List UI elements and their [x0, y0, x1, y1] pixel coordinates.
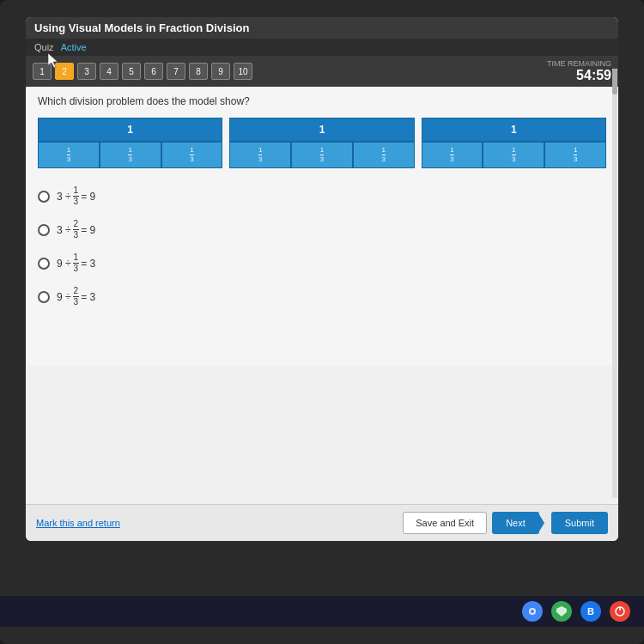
- nav-item-4[interactable]: 4: [100, 63, 118, 80]
- model-top-2: 1: [229, 118, 414, 142]
- model-cell-3-2: 13: [483, 142, 544, 168]
- nav-item-10[interactable]: 10: [234, 63, 252, 80]
- svg-text:B: B: [587, 606, 594, 617]
- power-icon[interactable]: [610, 601, 630, 622]
- nav-item-7[interactable]: 7: [167, 63, 185, 80]
- model-cell-1-1: 13: [38, 142, 100, 168]
- mouse-cursor: [48, 53, 65, 74]
- nav-item-6[interactable]: 6: [144, 63, 163, 80]
- model-bottom-3: 13 13 13: [422, 142, 606, 168]
- model-cell-3-3: 13: [544, 142, 606, 168]
- model-cell-2-2: 13: [291, 142, 353, 168]
- model-cell-2-3: 13: [353, 142, 415, 168]
- active-label: Active: [61, 42, 87, 52]
- page-title: Using Visual Models in Fraction Division: [34, 21, 249, 34]
- main-content: Which division problem does the model sh…: [26, 87, 618, 366]
- top-bar: Quiz Active: [26, 39, 618, 56]
- answer-choice-d[interactable]: 9 ÷ 23 = 3: [38, 286, 606, 307]
- answer-text-c: 9 ÷ 13 = 3: [57, 252, 95, 274]
- svg-point-1: [531, 610, 534, 613]
- answer-choice-a[interactable]: 3 ÷ 13 = 9: [38, 185, 606, 207]
- answer-choice-c[interactable]: 9 ÷ 13 = 3: [38, 252, 606, 274]
- timer: TIME REMAINING 54:59: [547, 59, 611, 83]
- quiz-label: Quiz: [34, 42, 54, 52]
- model-group-2: 1 13 13 13: [229, 118, 414, 168]
- taskbar: B: [0, 596, 644, 627]
- model-top-3: 1: [422, 118, 606, 142]
- title-bar: Using Visual Models in Fraction Division: [26, 17, 618, 39]
- nav-item-5[interactable]: 5: [122, 63, 141, 80]
- timer-value: 54:59: [576, 68, 611, 82]
- model-cell-1-2: 13: [100, 142, 161, 168]
- nav-item-9[interactable]: 9: [211, 63, 230, 80]
- scrollbar-thumb[interactable]: [612, 87, 617, 94]
- bottom-buttons: Save and Exit Next Submit: [403, 512, 608, 534]
- screen-bezel: Using Visual Models in Fraction Division…: [26, 17, 618, 541]
- svg-marker-6: [48, 53, 58, 68]
- bottom-bar: Mark this and return Save and Exit Next …: [26, 504, 618, 541]
- next-button[interactable]: Next: [492, 512, 539, 534]
- nav-item-8[interactable]: 8: [189, 63, 208, 80]
- model-cell-3-1: 13: [422, 142, 483, 168]
- model-group-3: 1 13 13 13: [422, 118, 606, 168]
- security-icon[interactable]: [551, 601, 572, 622]
- nav-item-3[interactable]: 3: [77, 63, 96, 80]
- model-cell-2-1: 13: [229, 142, 291, 168]
- laptop-body: Using Visual Models in Fraction Division…: [0, 0, 644, 644]
- answer-choices: 3 ÷ 13 = 9 3 ÷ 23 = 9: [38, 182, 606, 323]
- timer-label: TIME REMAINING: [547, 59, 611, 68]
- radio-b[interactable]: [38, 224, 50, 236]
- model-bottom-1: 13 13 13: [38, 142, 222, 168]
- model-group-1: 1 13 13 13: [38, 118, 222, 168]
- chrome-icon[interactable]: [522, 601, 543, 622]
- submit-button[interactable]: Submit: [551, 512, 608, 534]
- screen: Using Visual Models in Fraction Division…: [0, 0, 644, 644]
- answer-text-b: 3 ÷ 23 = 9: [57, 219, 95, 240]
- fraction-model: 1 13 13 13: [38, 118, 606, 168]
- radio-d[interactable]: [38, 291, 50, 303]
- bluetooth-icon[interactable]: B: [580, 601, 601, 622]
- nav-row: 1 2 3 4 5 6 7 8 9 10 TIME REMAINING 54:5…: [26, 56, 618, 87]
- answer-choice-b[interactable]: 3 ÷ 23 = 9: [38, 219, 606, 240]
- scrollbar[interactable]: [612, 87, 617, 366]
- answer-text-a: 3 ÷ 13 = 9: [57, 185, 95, 207]
- model-top-1: 1: [38, 118, 222, 142]
- quiz-area: Using Visual Models in Fraction Division…: [26, 17, 618, 541]
- radio-a[interactable]: [38, 191, 50, 203]
- model-bottom-2: 13 13 13: [229, 142, 414, 168]
- radio-c[interactable]: [38, 258, 50, 270]
- model-cell-1-3: 13: [161, 142, 223, 168]
- svg-marker-2: [556, 606, 567, 617]
- save-exit-button[interactable]: Save and Exit: [403, 512, 487, 534]
- mark-return-link[interactable]: Mark this and return: [36, 518, 120, 528]
- answer-text-d: 9 ÷ 23 = 3: [57, 286, 95, 307]
- question-text: Which division problem does the model sh…: [38, 95, 606, 107]
